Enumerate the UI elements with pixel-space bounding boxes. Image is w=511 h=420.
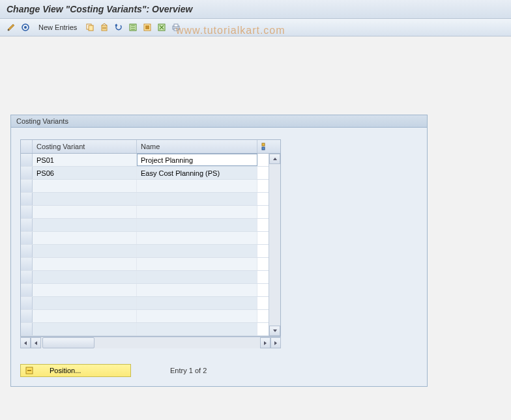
row-selector[interactable] <box>21 297 33 309</box>
row-selector[interactable] <box>21 245 33 257</box>
toolbar: New Entries <box>0 19 511 36</box>
row-selector-header[interactable] <box>21 140 33 153</box>
panel-header: Costing Variants <box>11 115 427 128</box>
undo-icon[interactable] <box>113 21 124 33</box>
row-selector[interactable] <box>21 284 33 296</box>
table-row[interactable]: PS01 Project Planning <box>21 154 269 167</box>
print-icon[interactable] <box>170 21 182 33</box>
table-row-empty <box>21 271 269 284</box>
col-header-variant[interactable]: Costing Variant <box>33 140 137 153</box>
row-selector[interactable] <box>21 193 33 205</box>
row-selector[interactable] <box>21 206 33 218</box>
table-row-empty <box>21 193 269 206</box>
table-row-empty <box>21 284 269 297</box>
cell-variant[interactable]: PS01 <box>33 154 137 166</box>
table-body: PS01 Project Planning PS06 Easy Cost Pla… <box>21 154 280 336</box>
cell-name[interactable]: Easy Cost Planning (PS) <box>137 167 257 179</box>
select-block-icon[interactable] <box>141 21 153 33</box>
row-selector[interactable] <box>21 219 33 231</box>
scroll-right-icon[interactable] <box>260 337 270 348</box>
delete-icon[interactable] <box>98 21 110 33</box>
scroll-left-icon[interactable] <box>31 337 41 348</box>
svg-rect-0 <box>8 29 9 31</box>
svg-rect-11 <box>174 24 178 27</box>
scroll-up-icon[interactable] <box>269 154 280 164</box>
row-selector[interactable] <box>21 180 33 192</box>
svg-rect-13 <box>262 143 265 146</box>
position-label: Position... <box>50 367 81 374</box>
svg-rect-8 <box>145 25 149 29</box>
vertical-scrollbar[interactable] <box>269 154 280 336</box>
deselect-all-icon[interactable] <box>156 21 168 33</box>
table-row-empty <box>21 206 269 219</box>
row-selector[interactable] <box>21 310 33 322</box>
col-header-name[interactable]: Name <box>137 140 257 153</box>
display-change-icon[interactable] <box>5 21 17 33</box>
select-all-icon[interactable] <box>127 21 139 33</box>
copy-icon[interactable] <box>84 21 96 33</box>
svg-rect-18 <box>27 370 31 371</box>
table-header-row: Costing Variant Name <box>21 140 280 154</box>
svg-rect-15 <box>262 147 265 150</box>
main-area: Costing Variants Costing Variant Name <box>0 36 511 397</box>
scroll-right-icon[interactable] <box>270 337 281 348</box>
table-row-empty <box>21 232 269 245</box>
table-settings-icon[interactable] <box>257 140 269 153</box>
new-entries-button[interactable]: New Entries <box>34 21 81 33</box>
table-row-empty <box>21 310 269 323</box>
row-selector[interactable] <box>21 271 33 283</box>
table-row-empty <box>21 219 269 232</box>
scroll-down-icon[interactable] <box>269 326 280 336</box>
position-button[interactable]: Position... <box>20 364 131 377</box>
table: Costing Variant Name PS01 Project Planni… <box>20 139 281 337</box>
row-selector[interactable] <box>21 167 33 179</box>
costing-variants-panel: Costing Variants Costing Variant Name <box>10 115 428 387</box>
horizontal-scrollbar[interactable] <box>20 337 281 348</box>
table-row-empty <box>21 323 269 336</box>
panel-body: Costing Variant Name PS01 Project Planni… <box>11 128 427 355</box>
svg-rect-12 <box>174 29 178 31</box>
row-selector[interactable] <box>21 154 33 166</box>
table-row-empty <box>21 297 269 310</box>
table-row-empty <box>21 245 269 258</box>
panel-footer: Position... Entry 1 of 2 <box>11 355 427 386</box>
svg-rect-4 <box>89 25 93 31</box>
title-bar: Change View "Costing Variants": Overview <box>0 0 511 19</box>
table-row-empty <box>21 258 269 271</box>
row-selector[interactable] <box>21 323 33 335</box>
cell-name[interactable]: Project Planning <box>137 154 257 166</box>
scroll-thumb[interactable] <box>42 337 95 348</box>
table-row[interactable]: PS06 Easy Cost Planning (PS) <box>21 167 269 180</box>
row-selector[interactable] <box>21 232 33 244</box>
table-row-empty <box>21 180 269 193</box>
cell-variant[interactable]: PS06 <box>33 167 137 179</box>
other-entry-icon[interactable] <box>20 21 31 33</box>
scroll-left-icon[interactable] <box>20 337 31 348</box>
svg-point-2 <box>24 26 27 29</box>
row-selector[interactable] <box>21 258 33 270</box>
page-title: Change View "Costing Variants": Overview <box>7 4 504 14</box>
entry-status: Entry 1 of 2 <box>170 367 207 374</box>
